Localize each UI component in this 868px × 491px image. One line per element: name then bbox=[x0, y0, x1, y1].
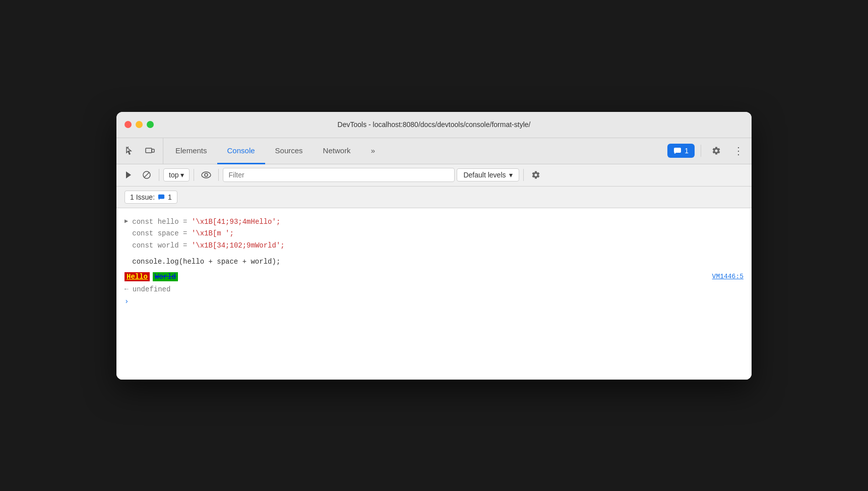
svg-rect-3 bbox=[674, 148, 681, 153]
window-title: DevTools - localhost:8080/docs/devtools/… bbox=[338, 120, 531, 129]
clear-console-button[interactable] bbox=[120, 167, 137, 183]
tab-bar-right: 1 ⋮ bbox=[663, 138, 748, 164]
prompt-arrow-icon: › bbox=[125, 297, 129, 305]
console-log-line: console.log(hello + space + world); bbox=[132, 256, 285, 268]
code-line-2: const space = '\x1B[m '; bbox=[132, 228, 285, 240]
toolbar-divider-4 bbox=[523, 169, 524, 181]
code-lines: const hello = '\x1B[41;93;4mHello'; cons… bbox=[132, 216, 285, 268]
issue-badge[interactable]: 1 Issue: 1 bbox=[125, 191, 177, 204]
code-block: ▶ const hello = '\x1B[41;93;4mHello'; co… bbox=[125, 214, 743, 270]
block-icon bbox=[142, 170, 151, 179]
prompt-line[interactable]: › bbox=[125, 295, 743, 308]
devtools-body: Elements Console Sources Network » bbox=[116, 138, 752, 380]
divider bbox=[701, 145, 701, 157]
svg-marker-4 bbox=[126, 171, 131, 178]
output-line: Hello World VM1446:5 bbox=[125, 270, 743, 283]
device-toolbar-button[interactable] bbox=[141, 142, 159, 160]
svg-rect-1 bbox=[146, 148, 152, 153]
tab-bar-left-icons bbox=[120, 138, 163, 164]
svg-line-6 bbox=[144, 172, 149, 177]
expand-arrow[interactable]: ▶ bbox=[125, 217, 128, 225]
tab-more[interactable]: » bbox=[361, 138, 385, 164]
close-button[interactable] bbox=[125, 121, 132, 128]
undefined-value: undefined bbox=[133, 285, 171, 293]
gear-icon bbox=[531, 170, 540, 179]
maximize-button[interactable] bbox=[147, 121, 154, 128]
more-options-button[interactable]: ⋮ bbox=[729, 142, 748, 160]
console-settings-button[interactable] bbox=[528, 167, 544, 183]
issues-badge-button[interactable]: 1 bbox=[667, 144, 695, 158]
eye-button[interactable] bbox=[198, 167, 214, 183]
default-levels-dropdown[interactable]: Default levels ▾ bbox=[457, 168, 519, 181]
toolbar-divider-1 bbox=[159, 169, 159, 181]
toolbar-divider-3 bbox=[218, 169, 219, 181]
block-icon-button[interactable] bbox=[139, 167, 155, 183]
toolbar-divider-2 bbox=[194, 169, 194, 181]
eye-icon bbox=[201, 171, 211, 178]
console-output: ▶ const hello = '\x1B[41;93;4mHello'; co… bbox=[116, 208, 752, 380]
inspect-element-button[interactable] bbox=[120, 142, 139, 160]
minimize-button[interactable] bbox=[136, 121, 143, 128]
tab-elements[interactable]: Elements bbox=[165, 138, 217, 164]
traffic-lights bbox=[125, 121, 154, 128]
issue-message-icon bbox=[158, 194, 165, 201]
vm-link[interactable]: VM1446:5 bbox=[712, 273, 743, 280]
cursor-icon bbox=[125, 146, 135, 156]
return-arrow-icon: ← bbox=[125, 285, 129, 293]
svg-point-8 bbox=[205, 173, 208, 176]
gear-icon bbox=[712, 146, 721, 155]
svg-rect-9 bbox=[158, 194, 164, 199]
code-line-1: const hello = '\x1B[41;93;4mHello'; bbox=[132, 216, 285, 228]
context-selector[interactable]: top ▾ bbox=[163, 168, 190, 181]
device-icon bbox=[145, 146, 155, 156]
code-line-3: const world = '\x1B[34;102;9mWorld'; bbox=[132, 240, 285, 252]
devtools-window: DevTools - localhost:8080/docs/devtools/… bbox=[116, 112, 752, 380]
issues-bar: 1 Issue: 1 bbox=[116, 187, 752, 208]
filter-input[interactable] bbox=[223, 168, 455, 182]
svg-rect-0 bbox=[128, 147, 129, 148]
tab-bar: Elements Console Sources Network » bbox=[116, 138, 752, 164]
console-toolbar: top ▾ Default levels ▾ bbox=[116, 164, 752, 187]
issue-count: 1 bbox=[168, 193, 172, 201]
title-bar: DevTools - localhost:8080/docs/devtools/… bbox=[116, 112, 752, 138]
tab-console[interactable]: Console bbox=[217, 138, 265, 164]
world-output: World bbox=[153, 272, 178, 281]
tab-sources[interactable]: Sources bbox=[265, 138, 313, 164]
svg-point-7 bbox=[202, 172, 211, 178]
hello-output: Hello bbox=[125, 272, 150, 281]
undefined-line: ← undefined bbox=[125, 283, 743, 295]
settings-button[interactable] bbox=[707, 142, 725, 160]
svg-rect-2 bbox=[152, 149, 154, 152]
play-icon bbox=[124, 170, 133, 179]
chevron-down-icon: ▾ bbox=[180, 171, 184, 179]
message-icon bbox=[673, 147, 681, 155]
output-row: Hello World VM1446:5 bbox=[125, 272, 743, 281]
issue-label: 1 Issue: bbox=[130, 193, 155, 201]
chevron-down-icon: ▾ bbox=[509, 171, 513, 179]
tab-network[interactable]: Network bbox=[313, 138, 361, 164]
tabs-container: Elements Console Sources Network » bbox=[165, 138, 663, 164]
